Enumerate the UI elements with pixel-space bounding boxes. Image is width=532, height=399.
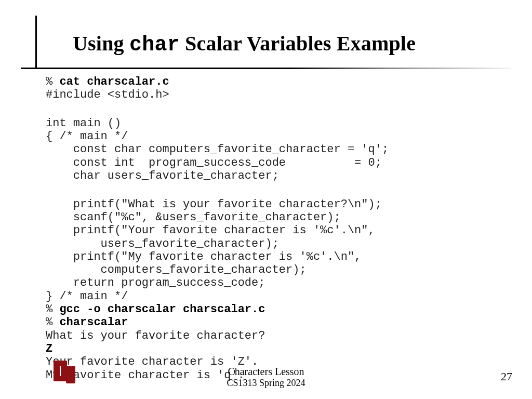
code-line-7: char users_favorite_character; — [46, 169, 279, 182]
footer-center: Characters Lesson CS1313 Spring 2024 — [0, 366, 532, 389]
footer-line-2: CS1313 Spring 2024 — [0, 378, 532, 389]
code-line-18: What is your favorite character? — [46, 329, 265, 342]
footer: Characters Lesson CS1313 Spring 2024 27 — [0, 358, 532, 390]
footer-line-1: Characters Lesson — [0, 366, 532, 378]
code-line-16: % gcc -o charscalar charscalar.c — [46, 303, 265, 316]
slide: Using char Scalar Variables Example % ca… — [0, 0, 532, 399]
code-line-11: users_favorite_character); — [46, 237, 279, 250]
code-line-2: #include <stdio.h> — [46, 88, 169, 101]
title-rule — [21, 68, 511, 70]
code-line-6: const int program_success_code = 0; — [46, 156, 382, 169]
code-line-10: printf("Your favorite character is '%c'.… — [46, 224, 375, 237]
code-line-14: return program_success_code; — [46, 276, 265, 289]
prompt: % — [46, 75, 59, 88]
page-number: 27 — [501, 370, 512, 383]
prompt: % — [46, 303, 59, 316]
code-line-17: % charscalar — [46, 316, 128, 329]
command-gcc: gcc -o charscalar charscalar.c — [59, 303, 265, 316]
code-line-12: printf("My favorite character is '%c'.\n… — [46, 250, 361, 263]
slide-title: Using char Scalar Variables Example — [36, 31, 501, 57]
code-line-15: } /* main */ — [46, 290, 128, 303]
command-run: charscalar — [59, 316, 128, 329]
code-line-4: { /* main */ — [46, 130, 128, 143]
code-line-13: computers_favorite_character); — [46, 263, 307, 276]
code-line-8: printf("What is your favorite character?… — [46, 198, 382, 211]
code-line-5: const char computers_favorite_character … — [46, 143, 389, 156]
title-mono: char — [129, 33, 180, 57]
title-pre: Using — [73, 32, 129, 55]
prompt: % — [46, 316, 59, 329]
code-line-3: int main () — [46, 117, 121, 130]
title-post: Scalar Variables Example — [180, 32, 416, 55]
code-block: % cat charscalar.c #include <stdio.h> in… — [46, 75, 501, 382]
title-area: Using char Scalar Variables Example — [36, 31, 501, 57]
code-line-19: Z — [46, 342, 52, 355]
code-line-9: scanf("%c", &users_favorite_character); — [46, 211, 341, 224]
command-cat: cat charscalar.c — [59, 75, 169, 88]
code-line-1: % cat charscalar.c — [46, 75, 169, 88]
title-rule-bar — [21, 68, 511, 69]
